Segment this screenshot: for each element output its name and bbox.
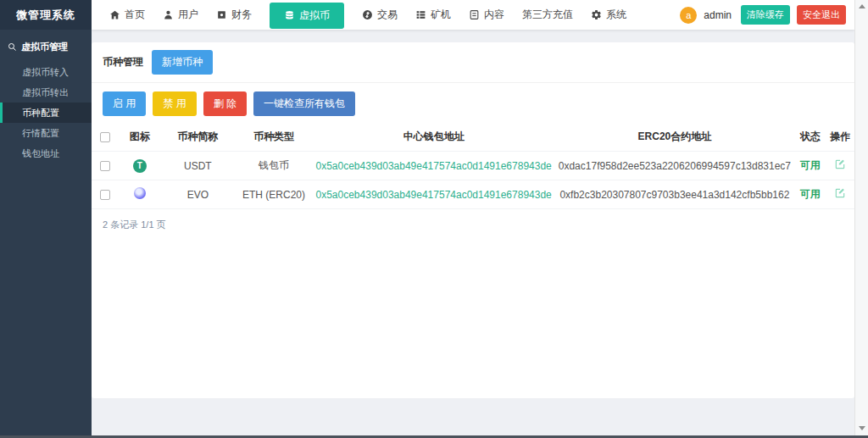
coins-icon: [284, 10, 295, 21]
nav-item-trade[interactable]: 交易: [362, 0, 398, 30]
nav-item-third-party-recharge[interactable]: 第三方充值: [522, 0, 573, 30]
nav-item-content[interactable]: 内容: [469, 0, 504, 30]
avatar[interactable]: a: [680, 7, 697, 24]
table-header-row: 图标 币种简称 币种类型 中心钱包地址 ERC20合约地址 状态 操作: [92, 123, 854, 152]
row-checkbox[interactable]: [100, 190, 110, 200]
usdt-coin-icon: T: [133, 159, 147, 173]
row-checkbox[interactable]: [100, 161, 110, 171]
erc20-address: 0xdac17f958d2ee523a2206206994597c13d831e…: [555, 152, 794, 180]
finance-icon: [216, 9, 227, 20]
exchange-icon: [362, 9, 373, 20]
nav-item-label: 第三方充值: [522, 8, 573, 22]
sidebar-item-market-config[interactable]: 行情配置: [0, 123, 92, 143]
sidebar-item-label: 虚拟币转出: [22, 87, 69, 97]
select-all-checkbox[interactable]: [100, 132, 110, 142]
main-content: 币种管理 新增币种 启 用 禁 用 删 除 一键检查所有钱包 图标 币: [92, 30, 854, 435]
nav-item-label: 虚拟币: [299, 8, 330, 23]
nav-item-home[interactable]: 首页: [109, 0, 145, 30]
vertical-scrollbar[interactable]: [854, 0, 868, 435]
column-header-icon: 图标: [120, 123, 160, 152]
nav-item-label: 内容: [484, 8, 504, 22]
sidebar-item-coin-config[interactable]: 币种配置: [0, 103, 92, 123]
coin-table: 图标 币种简称 币种类型 中心钱包地址 ERC20合约地址 状态 操作 T US…: [92, 123, 854, 209]
user-icon: [163, 9, 174, 20]
nav-item-label: 首页: [125, 8, 145, 22]
nav-item-finance[interactable]: 财务: [216, 0, 252, 30]
scroll-down-arrow-icon[interactable]: [859, 426, 865, 430]
status-badge: 可用: [800, 188, 821, 200]
coin-type: ETH (ERC20): [236, 180, 313, 209]
tab-coin-management[interactable]: 币种管理: [103, 55, 143, 69]
home-icon: [109, 9, 120, 20]
sidebar-item-coin-in[interactable]: 虚拟币转入: [0, 62, 92, 82]
sidebar-item-label: 币种配置: [22, 108, 59, 118]
top-navbar: 首页 用户 财务 虚拟币 交易 矿机 内容 第三方充值: [92, 0, 854, 30]
wallet-address-link[interactable]: 0x5a0ceb439d03ab49e417574ac0d1491e678943…: [315, 160, 551, 172]
nav-item-miner[interactable]: 矿机: [415, 0, 451, 30]
edit-icon: [834, 187, 846, 199]
sidebar-item-label: 钱包地址: [22, 148, 59, 158]
coin-symbol: USDT: [160, 152, 236, 180]
nav-item-system[interactable]: 系统: [591, 0, 626, 30]
nav-item-label: 系统: [606, 8, 626, 22]
sidebar-item-label: 行情配置: [22, 128, 59, 138]
table-row: EVO ETH (ERC20) 0x5a0ceb439d03ab49e41757…: [92, 180, 854, 209]
column-header-symbol: 币种简称: [160, 123, 236, 152]
app-window: 微管理系统 虚拟币管理 虚拟币转入 虚拟币转出 币种配置 行情配置 钱包地址 首…: [0, 0, 868, 438]
column-header-action: 操作: [826, 123, 854, 152]
logout-button[interactable]: 安全退出: [797, 5, 846, 25]
wallet-address-link[interactable]: 0x5a0ceb439d03ab49e417574ac0d1491e678943…: [315, 189, 551, 201]
gear-icon: [591, 9, 602, 20]
clear-cache-button[interactable]: 清除缓存: [741, 5, 790, 25]
delete-button[interactable]: 删 除: [203, 91, 247, 116]
app-title: 微管理系统: [0, 0, 92, 30]
sidebar-section-title: 虚拟币管理: [21, 41, 68, 53]
edit-icon: [834, 158, 846, 170]
coin-config-card: 币种管理 新增币种 启 用 禁 用 删 除 一键检查所有钱包 图标 币: [92, 42, 854, 398]
search-icon: [8, 42, 17, 52]
table-row: T USDT 钱包币 0x5a0ceb439d03ab49e417574ac0d…: [92, 152, 854, 180]
sidebar-item-label: 虚拟币转入: [22, 67, 69, 77]
document-icon: [469, 9, 480, 20]
edit-button[interactable]: [834, 187, 846, 199]
sidebar-item-wallet-address[interactable]: 钱包地址: [0, 143, 92, 164]
erc20-address: 0xfb2c3b20307807c9703b3ee41a3d142cfb5bb1…: [555, 180, 794, 209]
miner-list-icon: [415, 9, 426, 20]
scroll-up-arrow-icon[interactable]: [859, 4, 865, 8]
coin-symbol: EVO: [160, 180, 236, 209]
column-header-erc20: ERC20合约地址: [555, 123, 794, 152]
card-tab-bar: 币种管理 新增币种: [92, 42, 854, 83]
bulk-action-bar: 启 用 禁 用 删 除 一键检查所有钱包: [92, 83, 854, 123]
column-header-status: 状态: [794, 123, 826, 152]
disable-button[interactable]: 禁 用: [153, 91, 196, 116]
nav-item-label: 用户: [178, 8, 198, 22]
nav-item-label: 交易: [377, 8, 398, 22]
add-coin-button[interactable]: 新增币种: [152, 50, 213, 75]
sidebar-item-coin-out[interactable]: 虚拟币转出: [0, 82, 92, 103]
nav-item-users[interactable]: 用户: [163, 0, 198, 30]
check-all-wallets-button[interactable]: 一键检查所有钱包: [253, 91, 355, 116]
coin-type: 钱包币: [236, 152, 313, 180]
record-count: 2 条记录 1/1 页: [92, 209, 854, 241]
topbar-user-area: a admin 清除缓存 安全退出: [680, 5, 854, 25]
user-name: admin: [704, 9, 732, 21]
evo-coin-icon: [134, 187, 146, 199]
sidebar-section-header: 虚拟币管理: [0, 30, 92, 62]
sidebar: 微管理系统 虚拟币管理 虚拟币转入 虚拟币转出 币种配置 行情配置 钱包地址: [0, 0, 92, 438]
nav-item-label: 财务: [231, 8, 252, 22]
column-header-type: 币种类型: [236, 123, 313, 152]
column-header-wallet: 中心钱包地址: [312, 123, 554, 152]
nav-item-label: 矿机: [431, 8, 451, 22]
status-badge: 可用: [800, 159, 821, 171]
nav-item-virtual-coin[interactable]: 虚拟币: [270, 3, 344, 29]
enable-button[interactable]: 启 用: [103, 91, 146, 116]
edit-button[interactable]: [834, 158, 846, 170]
